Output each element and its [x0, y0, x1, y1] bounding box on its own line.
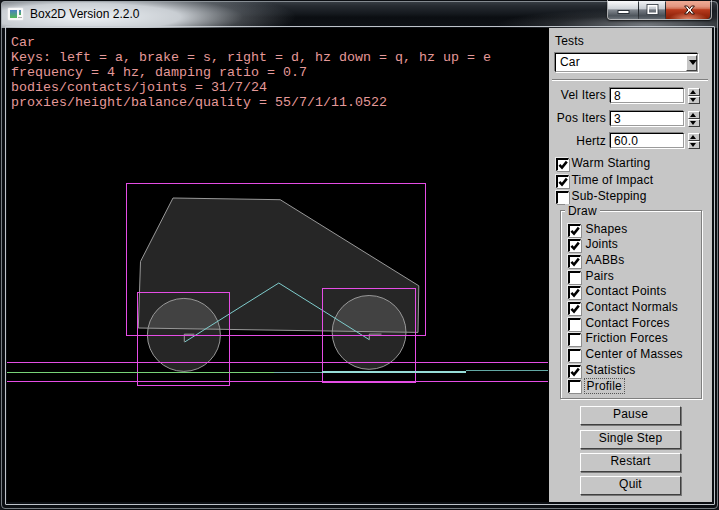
svg-text:Car: Car	[11, 35, 35, 50]
svg-text:proxies/height/balance/quality: proxies/height/balance/quality = 55/7/1/…	[11, 95, 387, 110]
svg-text:Keys: left = a, brake = s, rig: Keys: left = a, brake = s, right = d, hz…	[11, 50, 491, 65]
svg-text:frequency = 4 hz, damping rati: frequency = 4 hz, damping ratio = 0.7	[11, 65, 307, 80]
svg-text:bodies/contacts/joints = 31/7/: bodies/contacts/joints = 31/7/24	[11, 80, 267, 95]
